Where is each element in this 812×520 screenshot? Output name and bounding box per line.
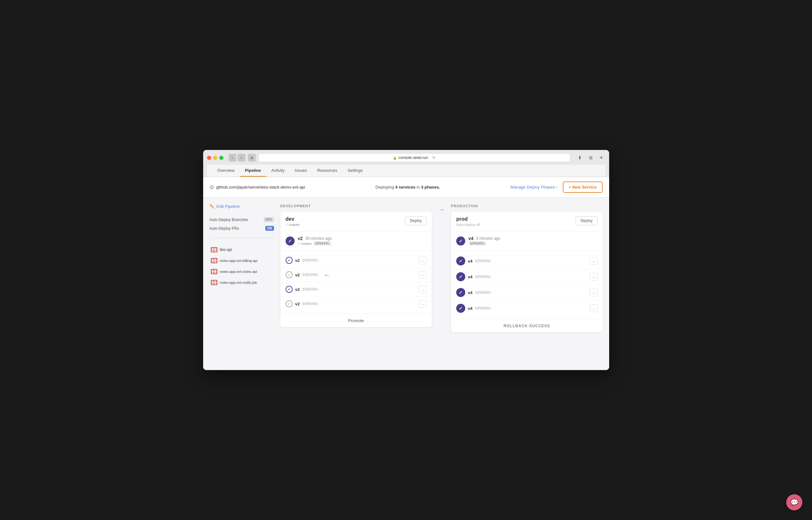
content-area: ✏️ Edit Pipeline Auto-Deploy Branches OF… — [203, 198, 609, 339]
prod-deploy-button[interactable]: Deploy — [576, 216, 597, 225]
prod-svc2-check-icon — [456, 272, 465, 281]
sidebar-settings: Auto-Deploy Branches OFF Auto-Deploy PRs… — [210, 215, 274, 238]
top-bar: ⊙ github.com/jayair/serverless-stack-dem… — [203, 177, 609, 198]
prod-stage-footer: ROLLBACK SUCCESS — [451, 318, 603, 332]
table-row: v4 b99d49c ⌄ — [451, 253, 603, 269]
branch-icon-small: ⑂ — [298, 242, 300, 245]
prod-latest-commit-info: b99d49c — [468, 241, 500, 246]
dev-svc4-commit: b99d49c — [302, 302, 319, 306]
prod-svc3-expand-button[interactable]: ⌄ — [590, 289, 598, 296]
pipeline-columns: DEVELOPMENT dev ⑂ master D — [280, 204, 603, 332]
chevron-right-icon: › — [556, 185, 557, 189]
dev-stage-card: dev ⑂ master Deploy — [280, 212, 432, 327]
sidebar-item-notify-job[interactable]: notes-app-ext-notify-job — [210, 277, 274, 288]
share-button[interactable]: ⬆ — [576, 154, 584, 162]
dev-svc2-commit: b99d49c — [302, 272, 319, 277]
branch-icon: ⑂ — [285, 223, 288, 227]
service-icon-notify-job — [211, 280, 217, 285]
prod-latest-check-icon — [456, 236, 465, 245]
manage-deploy-phases-button[interactable]: Manage Deploy Phases › — [510, 185, 557, 189]
forward-button[interactable]: › — [237, 154, 245, 161]
prod-svc3-check-icon — [456, 288, 465, 297]
table-row: v2 b99d49c ⌄ — [280, 282, 432, 297]
prod-svc2-expand-button[interactable]: ⌄ — [590, 273, 598, 281]
dev-svc1-commit: b99d49c — [302, 258, 319, 263]
tab-issues[interactable]: Issues — [290, 165, 312, 177]
prod-svc1-expand-button[interactable]: ⌄ — [590, 257, 598, 265]
prod-svc4-version: v4 — [468, 306, 472, 311]
table-row: v2 b99d49c ⌄ — [280, 253, 432, 268]
prod-stage-name: prod — [456, 216, 480, 222]
repo-url: github.com/jayair/serverless-stack-demo-… — [217, 185, 305, 189]
auto-deploy-prs-setting: Auto-Deploy PRs ON — [210, 224, 274, 233]
promote-button[interactable]: Promote — [348, 318, 364, 323]
traffic-lights — [207, 156, 224, 160]
browser-nav: Overview Pipeline Activity Issues Resour… — [207, 165, 605, 177]
service-icon-notes-api — [211, 269, 217, 274]
dev-latest-deploy: v2 30 minutes ago ⑂ master b99d49c — [280, 231, 432, 251]
prod-latest-deploy: v4 9 minutes ago b99d49c — [451, 231, 603, 251]
tab-pipeline[interactable]: Pipeline — [240, 165, 266, 177]
dev-svc3-expand-button[interactable]: ⌄ — [419, 285, 427, 293]
github-icon: ⊙ — [210, 184, 214, 190]
browser-actions: ⬆ ⧉ — [576, 154, 595, 162]
maximize-button[interactable] — [219, 156, 224, 160]
dev-svc2-expand-button[interactable]: ⌄ — [419, 271, 427, 279]
dev-latest-commit: b99d49c — [313, 241, 331, 246]
pipeline-arrow: → — [438, 204, 445, 213]
prod-svc3-version: v4 — [468, 290, 472, 295]
new-tab-button[interactable]: + — [598, 154, 605, 161]
prod-svc4-expand-button[interactable]: ⌄ — [590, 305, 598, 312]
prod-latest-time: 9 minutes ago — [476, 236, 500, 241]
chat-bubble-button[interactable] — [786, 494, 802, 510]
address-bar[interactable]: 🔒 console.seed.run ↻ — [258, 153, 570, 162]
prod-stage-card: prod Auto-deploy off Deploy v4 — [451, 212, 603, 332]
prod-svc3-commit: b99d49c — [475, 290, 491, 295]
close-button[interactable] — [207, 156, 211, 160]
refresh-icon[interactable]: ↻ — [432, 155, 436, 160]
table-row: v4 b99d49c ⌄ — [451, 285, 603, 301]
dev-svc2-check-icon — [285, 271, 293, 278]
dev-stage-name: dev — [285, 216, 300, 222]
dev-latest-info: v2 30 minutes ago ⑂ master b99d49c — [298, 236, 332, 246]
browser-window: ‹ › ⊞ 🔒 console.seed.run ↻ ⬆ ⧉ + Overvie… — [203, 150, 609, 370]
sidebar-toggle-button[interactable]: ⊞ — [248, 154, 256, 161]
dev-svc3-version: v2 — [295, 287, 300, 292]
dev-latest-version: v2 — [298, 236, 303, 241]
auto-deploy-branches-badge: OFF — [264, 217, 274, 222]
dev-svc1-expand-button[interactable]: ⌄ — [419, 257, 427, 264]
dev-stage-branch: ⑂ master — [285, 223, 300, 227]
edit-pipeline-button[interactable]: ✏️ Edit Pipeline — [210, 204, 274, 209]
prod-svc1-commit: b99d49c — [475, 259, 491, 263]
tab-activity[interactable]: Activity — [266, 165, 290, 177]
development-header: DEVELOPMENT — [280, 204, 432, 208]
dev-stage-footer: Promote — [280, 313, 432, 327]
back-button[interactable]: ‹ — [229, 154, 236, 161]
tab-resources[interactable]: Resources — [312, 165, 342, 177]
dev-service-rows: v2 b99d49c ⌄ v2 b99d49c ← — [280, 251, 432, 313]
dev-svc4-expand-button[interactable]: ⌄ — [419, 300, 427, 308]
new-service-button[interactable]: + New Service — [563, 181, 603, 193]
pipeline-area: DEVELOPMENT dev ⑂ master D — [280, 204, 603, 332]
dev-deploy-button[interactable]: Deploy — [405, 216, 427, 225]
prod-svc2-commit: b99d49c — [475, 275, 491, 279]
service-icon-like-api — [211, 247, 217, 252]
sidebar-item-like-api[interactable]: like-api — [210, 244, 274, 255]
arrow-indicator: ← — [324, 271, 330, 279]
tab-settings[interactable]: Settings — [342, 165, 368, 177]
prod-svc1-check-icon — [456, 257, 465, 265]
app-body: ⊙ github.com/jayair/serverless-stack-dem… — [203, 177, 609, 370]
copy-button[interactable]: ⧉ — [587, 154, 595, 162]
tab-overview[interactable]: Overview — [212, 165, 240, 177]
minimize-button[interactable] — [213, 156, 217, 160]
sidebar-item-notes-api[interactable]: notes-app-ext-notes-api — [210, 266, 274, 277]
dev-svc4-check-icon — [285, 300, 293, 307]
prod-svc1-version: v4 — [468, 259, 472, 263]
sidebar-item-billing-api[interactable]: notes-app-ext-billing-api — [210, 256, 274, 266]
dev-stage-header: dev ⑂ master Deploy — [280, 212, 432, 231]
dev-latest-check-icon — [285, 236, 295, 245]
prod-auto-deploy-label: Auto-deploy off — [456, 223, 480, 227]
repo-link[interactable]: ⊙ github.com/jayair/serverless-stack-dem… — [210, 184, 305, 190]
prod-stage-header: prod Auto-deploy off Deploy — [451, 212, 603, 231]
dev-latest-commit-info: ⑂ master b99d49c — [298, 241, 332, 246]
